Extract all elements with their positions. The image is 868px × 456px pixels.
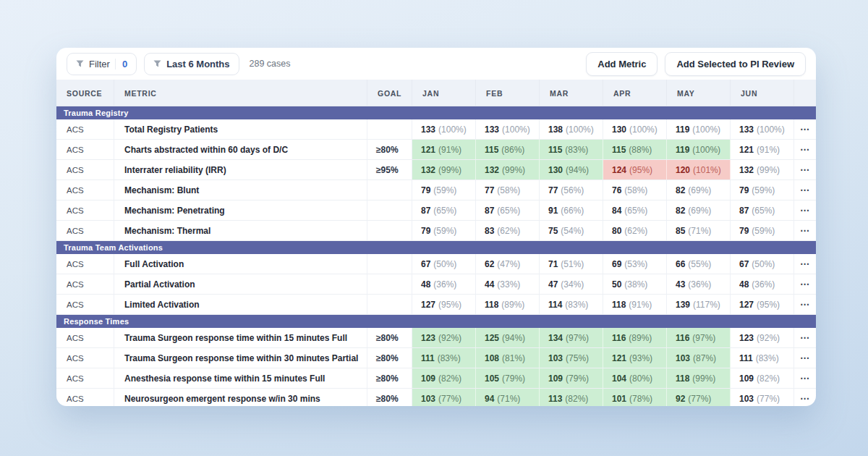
metric-value-cell[interactable]: 66(55%): [667, 254, 731, 274]
row-actions-button[interactable]: ⋯: [794, 328, 816, 347]
row-metric[interactable]: Interrater reliability (IRR): [114, 160, 367, 180]
metric-value-cell[interactable]: 62(47%): [476, 254, 540, 274]
column-header-may[interactable]: MAY: [667, 80, 731, 106]
row-metric[interactable]: Limited Activation: [114, 295, 367, 314]
metric-value-cell[interactable]: 133(100%): [476, 119, 540, 139]
metric-value-cell[interactable]: 133(100%): [412, 119, 476, 139]
column-header-metric[interactable]: METRIC: [114, 80, 367, 106]
metric-value-cell[interactable]: 109(82%): [412, 368, 476, 388]
metric-value-cell[interactable]: 103(75%): [540, 348, 603, 368]
metric-value-cell[interactable]: 108(81%): [476, 348, 540, 368]
metric-value-cell[interactable]: 127(95%): [412, 295, 476, 314]
metric-value-cell[interactable]: 79(59%): [731, 180, 794, 200]
metric-value-cell[interactable]: 85(71%): [667, 221, 731, 240]
metric-value-cell[interactable]: 91(66%): [540, 200, 603, 220]
row-actions-button[interactable]: ⋯: [794, 389, 816, 406]
row-metric[interactable]: Full Activation: [114, 254, 367, 274]
metric-value-cell[interactable]: 118(99%): [667, 368, 731, 388]
row-actions-button[interactable]: ⋯: [794, 200, 816, 220]
metric-value-cell[interactable]: 84(65%): [603, 200, 667, 220]
metric-value-cell[interactable]: 77(58%): [476, 180, 540, 200]
add-selected-to-pi-review-button[interactable]: Add Selected to PI Review: [665, 52, 806, 76]
metric-value-cell[interactable]: 115(83%): [540, 140, 603, 159]
metric-value-cell[interactable]: 113(82%): [540, 389, 603, 406]
add-metric-button[interactable]: Add Metric: [586, 52, 658, 76]
metric-value-cell[interactable]: 79(59%): [412, 180, 476, 200]
metric-value-cell[interactable]: 123(92%): [412, 328, 476, 347]
metric-value-cell[interactable]: 111(83%): [731, 348, 794, 368]
metric-value-cell[interactable]: 67(50%): [412, 254, 476, 274]
column-header-feb[interactable]: FEB: [476, 80, 540, 106]
metric-value-cell[interactable]: 127(95%): [731, 295, 794, 314]
date-range-button[interactable]: Last 6 Months: [144, 53, 239, 75]
metric-value-cell[interactable]: 43(36%): [667, 274, 731, 294]
row-actions-button[interactable]: ⋯: [794, 274, 816, 294]
metric-value-cell[interactable]: 123(92%): [731, 328, 794, 347]
row-metric[interactable]: Anesthesia response time within 15 minut…: [114, 368, 367, 388]
metric-value-cell[interactable]: 48(36%): [412, 274, 476, 294]
row-metric[interactable]: Mechanism: Blunt: [114, 180, 367, 200]
metric-value-cell[interactable]: 121(93%): [603, 348, 667, 368]
metric-value-cell[interactable]: 132(99%): [476, 160, 540, 180]
metric-value-cell[interactable]: 67(50%): [731, 254, 794, 274]
metric-value-cell[interactable]: 71(51%): [540, 254, 603, 274]
metric-value-cell[interactable]: 94(71%): [476, 389, 540, 406]
metric-value-cell[interactable]: 115(86%): [476, 140, 540, 159]
metric-value-cell[interactable]: 92(77%): [667, 389, 731, 406]
row-metric[interactable]: Trauma Surgeon response time within 15 m…: [114, 328, 367, 347]
metric-value-cell[interactable]: 44(33%): [476, 274, 540, 294]
row-actions-button[interactable]: ⋯: [794, 368, 816, 388]
metric-value-cell[interactable]: 109(79%): [540, 368, 603, 388]
column-header-jun[interactable]: JUN: [731, 80, 794, 106]
metric-value-cell[interactable]: 121(91%): [731, 140, 794, 159]
metric-value-cell[interactable]: 80(62%): [603, 221, 667, 240]
metric-value-cell[interactable]: 124(95%): [603, 160, 667, 180]
row-actions-button[interactable]: ⋯: [794, 160, 816, 180]
metric-value-cell[interactable]: 120(101%): [667, 160, 731, 180]
row-actions-button[interactable]: ⋯: [794, 221, 816, 240]
row-actions-button[interactable]: ⋯: [794, 295, 816, 314]
metric-value-cell[interactable]: 109(82%): [731, 368, 794, 388]
metric-value-cell[interactable]: 48(36%): [731, 274, 794, 294]
metric-value-cell[interactable]: 103(77%): [412, 389, 476, 406]
metric-value-cell[interactable]: 75(54%): [540, 221, 603, 240]
metric-value-cell[interactable]: 82(69%): [667, 180, 731, 200]
metric-value-cell[interactable]: 79(59%): [412, 221, 476, 240]
metric-value-cell[interactable]: 116(97%): [667, 328, 731, 347]
metric-value-cell[interactable]: 139(117%): [667, 295, 731, 314]
metric-value-cell[interactable]: 103(87%): [667, 348, 731, 368]
metric-value-cell[interactable]: 130(100%): [603, 119, 667, 139]
metric-value-cell[interactable]: 77(56%): [540, 180, 603, 200]
metric-value-cell[interactable]: 82(69%): [667, 200, 731, 220]
metric-value-cell[interactable]: 133(100%): [731, 119, 794, 139]
row-metric[interactable]: Partial Activation: [114, 274, 367, 294]
metric-value-cell[interactable]: 111(83%): [412, 348, 476, 368]
metric-value-cell[interactable]: 116(89%): [603, 328, 667, 347]
metric-value-cell[interactable]: 119(100%): [667, 119, 731, 139]
metric-value-cell[interactable]: 87(65%): [476, 200, 540, 220]
metric-value-cell[interactable]: 132(99%): [731, 160, 794, 180]
metric-value-cell[interactable]: 132(99%): [412, 160, 476, 180]
metric-value-cell[interactable]: 103(77%): [731, 389, 794, 406]
row-actions-button[interactable]: ⋯: [794, 140, 816, 159]
metric-value-cell[interactable]: 87(65%): [412, 200, 476, 220]
metric-value-cell[interactable]: 47(34%): [540, 274, 603, 294]
metric-value-cell[interactable]: 114(83%): [540, 295, 603, 314]
row-metric[interactable]: Mechanism: Thermal: [114, 221, 367, 240]
metric-value-cell[interactable]: 105(79%): [476, 368, 540, 388]
metric-value-cell[interactable]: 79(59%): [731, 221, 794, 240]
row-metric[interactable]: Trauma Surgeon response time within 30 m…: [114, 348, 367, 368]
metric-value-cell[interactable]: 118(89%): [476, 295, 540, 314]
metric-value-cell[interactable]: 115(88%): [603, 140, 667, 159]
metric-value-cell[interactable]: 138(100%): [540, 119, 603, 139]
row-metric[interactable]: Mechanism: Penetrating: [114, 200, 367, 220]
metric-value-cell[interactable]: 130(94%): [540, 160, 603, 180]
metric-value-cell[interactable]: 50(38%): [603, 274, 667, 294]
metric-value-cell[interactable]: 125(94%): [476, 328, 540, 347]
filter-button[interactable]: Filter 0: [67, 53, 137, 75]
metric-value-cell[interactable]: 121(91%): [412, 140, 476, 159]
metric-value-cell[interactable]: 83(62%): [476, 221, 540, 240]
row-metric[interactable]: Neurosurgeon emergent response w/in 30 m…: [114, 389, 367, 406]
row-metric[interactable]: Total Registry Patients: [114, 119, 367, 139]
column-header-apr[interactable]: APR: [603, 80, 667, 106]
